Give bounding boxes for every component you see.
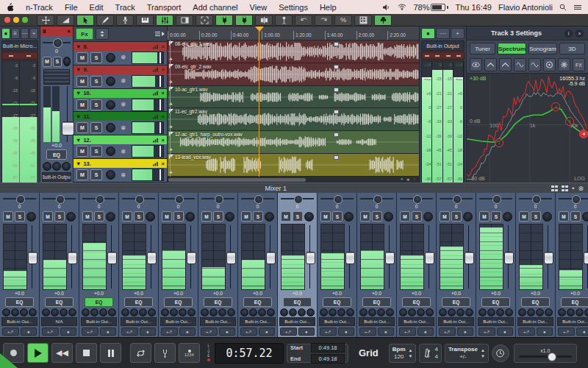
toolbar-tool-button[interactable] xyxy=(156,15,173,26)
volume-fader-handle[interactable] xyxy=(504,252,514,264)
eq-button[interactable]: EQ xyxy=(85,297,113,307)
eq-button[interactable]: EQ xyxy=(362,297,391,307)
volume-fader[interactable] xyxy=(544,224,552,290)
send-knobs[interactable] xyxy=(238,308,277,316)
record-button[interactable]: ● xyxy=(497,328,514,336)
channel-knob[interactable] xyxy=(146,212,155,222)
volume-fader-handle[interactable] xyxy=(385,252,395,264)
mute-button[interactable]: M xyxy=(440,211,450,222)
volume-fader[interactable] xyxy=(187,224,195,290)
volume-fader[interactable] xyxy=(28,224,36,290)
mute-button[interactable]: M xyxy=(360,211,370,222)
input-channel-label[interactable]: Built-in Micro... xyxy=(1,40,38,51)
volume-fader-handle[interactable] xyxy=(62,121,74,135)
volume-fader-handle[interactable] xyxy=(345,252,355,264)
output-select[interactable]: N/A xyxy=(41,317,77,326)
track-row[interactable]: ▼ 12. × M S ❄ xyxy=(74,135,167,159)
mute-button[interactable]: M xyxy=(82,211,93,222)
output-select[interactable]: Built-in Out... xyxy=(121,317,157,326)
record-button[interactable]: ● xyxy=(140,328,157,336)
volume-fader[interactable] xyxy=(385,224,393,290)
record-button[interactable]: ● xyxy=(179,328,196,336)
send-knobs[interactable] xyxy=(278,308,317,316)
mute-button[interactable]: M xyxy=(76,52,88,63)
playhead-marker[interactable] xyxy=(255,26,264,32)
volume-fader[interactable] xyxy=(107,224,115,290)
mute-button[interactable]: M xyxy=(320,211,331,222)
track-volume-icon[interactable] xyxy=(152,67,159,72)
mute-button[interactable]: M xyxy=(76,76,88,87)
mixer-channel-strip[interactable]: 0 M S +0.0 EQ xyxy=(357,193,397,337)
track-row[interactable]: ▼ 10. × M S ❄ xyxy=(74,89,167,113)
tuner-button[interactable] xyxy=(154,343,176,363)
mixer-close-icon[interactable]: ⊗ xyxy=(578,185,584,192)
channel-knob[interactable] xyxy=(304,212,314,222)
channel-knob[interactable] xyxy=(225,212,234,222)
response-icon[interactable] xyxy=(543,58,556,71)
horizontal-scrollbar[interactable]: +●⁘ xyxy=(168,177,419,183)
spectrum-analyzer[interactable]: +30 dB 16055.3 hz-5.9 dB 0 dB -30 dB LOG… xyxy=(467,73,588,183)
send-button[interactable]: +↗ xyxy=(558,328,575,336)
track-collapse-icon[interactable]: ▼ xyxy=(76,160,81,167)
record-button[interactable]: ● xyxy=(417,328,434,336)
mixer-channel-strip[interactable]: 0 M S +0.0 EQ xyxy=(516,193,556,337)
volume-fader[interactable] xyxy=(68,224,76,290)
track-knob[interactable] xyxy=(106,170,115,180)
clip-marker[interactable] xyxy=(334,155,339,160)
solo-button[interactable]: S xyxy=(90,122,102,133)
start-value[interactable]: 0:49.18 xyxy=(311,343,345,353)
track-stepper-button[interactable] xyxy=(96,28,109,40)
send-button[interactable]: +↗ xyxy=(161,328,178,336)
peak-icon[interactable] xyxy=(499,58,512,71)
pan-slider[interactable] xyxy=(440,194,473,204)
window-zoom-button[interactable] xyxy=(22,17,28,23)
send-knobs[interactable] xyxy=(318,308,356,316)
mute-button[interactable]: M xyxy=(201,211,212,222)
curve-icon[interactable] xyxy=(514,58,526,71)
track-collapse-icon[interactable]: ▼ xyxy=(76,90,81,96)
send-button[interactable]: +↗ xyxy=(359,328,376,336)
eq-button[interactable]: EQ xyxy=(402,297,431,307)
eq-button[interactable]: EQ xyxy=(45,297,74,307)
mute-button[interactable]: M xyxy=(76,99,88,110)
send-button[interactable]: +↗ xyxy=(518,328,535,336)
mixer-layout-icon[interactable] xyxy=(551,185,558,191)
mixer-channel-strip[interactable]: 0 M S +0.0 EQ xyxy=(397,193,437,337)
clip-marker[interactable] xyxy=(334,65,339,69)
solo-button[interactable]: S xyxy=(293,211,303,222)
solo-button[interactable]: S xyxy=(53,57,62,67)
mute-button[interactable]: M xyxy=(122,211,132,222)
solo-button[interactable]: S xyxy=(90,99,102,110)
pan-slider[interactable] xyxy=(320,194,354,204)
mute-button[interactable]: M xyxy=(281,211,291,222)
menu-item[interactable]: Add channel xyxy=(187,3,243,12)
freeze-icon[interactable]: ❄ xyxy=(121,148,126,155)
toolbar-tool-button[interactable] xyxy=(215,15,233,26)
record-button[interactable]: ● xyxy=(338,328,355,336)
close-icon[interactable]: × xyxy=(576,29,584,38)
send-button[interactable]: +↗ xyxy=(121,328,138,336)
send-button[interactable]: +↗ xyxy=(2,328,19,336)
eq-button[interactable]: EQ xyxy=(164,297,193,307)
channel-list-button[interactable]: ≡ xyxy=(11,28,20,39)
toolbar-tool-button[interactable] xyxy=(374,15,392,26)
audio-clip-lane[interactable]: 11-ec_gtr2.wav + xyxy=(168,108,419,131)
eq-button[interactable]: EQ xyxy=(442,297,470,307)
channel-knob[interactable] xyxy=(265,212,274,222)
send-button[interactable]: +↗ xyxy=(240,328,257,336)
volume-fader[interactable] xyxy=(465,224,473,290)
pan-slider[interactable] xyxy=(82,194,115,204)
volume-fader[interactable] xyxy=(306,224,314,290)
mute-button[interactable]: M xyxy=(43,57,51,67)
add-channel-button[interactable]: + xyxy=(451,28,465,39)
menubar-user[interactable]: Flavio Antonioli xyxy=(498,3,553,12)
strip-close-icon[interactable]: × xyxy=(67,28,71,35)
volume-icon[interactable] xyxy=(382,4,391,11)
output-select[interactable]: Built-in Out... xyxy=(240,317,276,326)
track-knob[interactable] xyxy=(106,77,115,86)
volume-fader-handle[interactable] xyxy=(306,252,315,264)
bpm-value[interactable]: 120 xyxy=(394,353,404,361)
send-knobs[interactable] xyxy=(556,308,588,316)
menu-item[interactable]: Help xyxy=(314,3,343,12)
toolbar-tool-button[interactable] xyxy=(136,15,154,26)
